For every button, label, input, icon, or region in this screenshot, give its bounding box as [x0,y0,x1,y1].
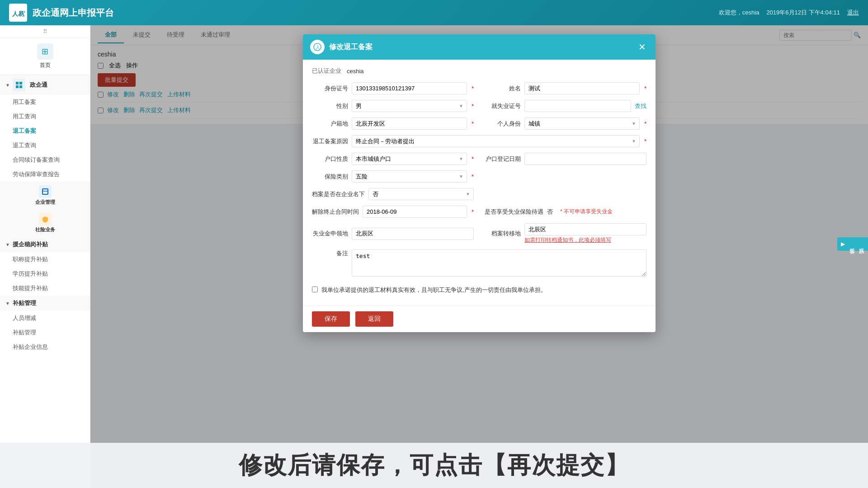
section-butie: ▼ 补贴管理 人员增减 补贴管理 补贴企业信息 [0,296,90,354]
section-shebao-header[interactable]: 社险业务 [0,209,90,237]
sidebar-item-hetong[interactable]: 合同续订备案查询 [0,153,90,167]
unemployment-insurance-value: 否 [547,208,553,216]
field-remark-label: 备注 [312,249,348,258]
hukou-type-required: * [472,155,474,162]
save-button[interactable]: 保存 [312,311,350,327]
sidebar: ⠿ ⊞ 首页 ▼ 政企通 用工备案 用工查询 退工备案 退工查询 合同续订备案查… [0,25,90,488]
field-remark: 备注 test [312,249,646,277]
empty-cell-1 [485,170,646,183]
sidebar-item-butie-qiye[interactable]: 补贴企业信息 [0,340,90,354]
field-huji-label: 户籍地 [312,120,348,128]
home-icon: ⊞ [37,43,53,60]
unemployment-area-input[interactable] [352,228,474,240]
employment-cert-input[interactable] [524,100,631,112]
float-service-button[interactable]: 联系 客服 ▶ [837,237,868,251]
modal-title: 修改退工备案 [329,42,631,52]
field-unemployment-insurance: 是否享受失业保险待遇 否 * 不可申请享受失业金 [485,206,646,218]
topbar-right: 欢迎您，ceshia 2019年6月12日 下午4:04:11 退出 [719,9,859,17]
sidebar-collapse-btn[interactable]: ⠿ [0,25,90,38]
svg-rect-4 [19,85,22,88]
name-input[interactable] [524,82,640,94]
file-transfer-input[interactable] [524,223,646,235]
personal-identity-required: * [644,120,646,127]
huji-required: * [472,120,474,127]
hukou-date-input[interactable] [524,153,646,165]
agreement-checkbox[interactable] [312,286,318,292]
section-yuanqi: ▼ 援企稳岗补贴 职称提升补贴 学历提升补贴 技能提升补贴 [0,237,90,296]
field-unemployment-area: 失业金申领地 [312,223,474,244]
modal-close-button[interactable]: ✕ [636,41,648,53]
resign-reason-wrapper: 终止合同－劳动者提出 合同期满不续签 用人单位辞退 其他 ▼ [352,135,640,147]
section-butie-header[interactable]: ▼ 补贴管理 [0,296,90,311]
sidebar-home[interactable]: ⊞ 首页 [0,38,90,75]
sidebar-item-xueli[interactable]: 学历提升补贴 [0,267,90,281]
field-employment-cert-label: 就失业证号 [485,102,521,110]
field-contract-end-label: 解除终止合同时间 [312,208,359,216]
sidebar-item-yonggong-beian[interactable]: 用工备案 [0,95,90,109]
svg-rect-1 [16,82,19,84]
modal-body: 已认证企业 ceshia 身份证号 * 姓名 [303,60,656,305]
section-zhengqi-label: 政企通 [30,81,47,89]
resign-reason-select[interactable]: 终止合同－劳动者提出 合同期满不续签 用人单位辞退 其他 [352,135,640,147]
empty-cell-2 [485,188,646,200]
app-logo: 人易宝 [9,4,27,22]
field-insurance-type-label: 保险类别 [312,173,348,181]
sidebar-item-tuigong-chaxun[interactable]: 退工查询 [0,138,90,153]
sidebar-item-renyuan[interactable]: 人员增减 [0,311,90,325]
sidebar-item-butie[interactable]: 补贴管理 [0,325,90,340]
field-contract-end: 解除终止合同时间 * [312,206,474,218]
section-qiye: 企业管理 [0,182,90,209]
modal-header-icon: 人 [310,40,325,54]
sidebar-item-laodong[interactable]: 劳动保障审查报告 [0,167,90,182]
huji-input[interactable] [352,117,467,130]
section-yuanqi-header[interactable]: ▼ 援企稳岗补贴 [0,237,90,252]
datetime-text: 2019年6月12日 下午4:04:11 [766,9,840,17]
sidebar-item-yonggong-chaxun[interactable]: 用工查询 [0,109,90,124]
sidebar-item-tuigong-beian[interactable]: 退工备案 [0,124,90,138]
bottom-caption: 修改后请保存，可点击【再次提交】 [0,443,868,488]
field-hukou-type-label: 户口性质 [312,155,348,163]
qiye-icon [39,185,52,198]
sidebar-item-zhixin[interactable]: 职称提升补贴 [0,252,90,267]
file-in-company-select[interactable]: 否 是 [368,188,474,200]
modal-header: 人 修改退工备案 ✕ [303,34,656,60]
id-number-required: * [472,85,474,92]
personal-identity-select[interactable]: 城镇 农村 [524,117,640,130]
svg-rect-3 [16,85,19,88]
sidebar-home-label: 首页 [40,61,51,69]
field-file-transfer: 档案转移地 如需打印转档通知书，此项必须填写 [485,223,646,244]
field-file-transfer-label: 档案转移地 [485,230,521,238]
section-zhengqi-header[interactable]: ▼ 政企通 [0,75,90,95]
modal-form-grid: 身份证号 * 姓名 * 性别 [312,82,646,277]
main-layout: ⠿ ⊞ 首页 ▼ 政企通 用工备案 用工查询 退工备案 退工查询 合同续订备案查… [0,25,868,488]
svg-text:人: 人 [316,45,320,50]
modal-overlay: 人 修改退工备案 ✕ 已认证企业 ceshia 身份证号 [90,25,868,488]
remark-textarea[interactable]: test [352,249,646,277]
sidebar-item-jinou[interactable]: 技能提升补贴 [0,281,90,296]
modal-edit-tuigong: 人 修改退工备案 ✕ 已认证企业 ceshia 身份证号 [303,34,656,332]
section-shebao: 社险业务 [0,209,90,237]
back-button[interactable]: 返回 [355,311,393,327]
insurance-type-required: * [472,173,474,180]
insurance-type-select[interactable]: 五险 三险 一险 [352,170,467,183]
field-huji: 户籍地 * [312,117,474,130]
field-id-number: 身份证号 * [312,82,474,94]
section-qiye-header[interactable]: 企业管理 [0,182,90,209]
caption-text: 修改后请保存，可点击【再次提交】 [239,450,629,481]
insurance-type-wrapper: 五险 三险 一险 ▼ [352,170,467,183]
field-hukou-type: 户口性质 本市城镇户口 本市农村户口 外市户口 ▼ * [312,153,474,165]
field-name-label: 姓名 [485,84,521,93]
name-required: * [644,85,646,92]
hukou-type-select[interactable]: 本市城镇户口 本市农村户口 外市户口 [352,153,467,165]
content-area: 全部 未提交 待受理 未通过审理 🔍 ceshia 全选 操作 批量提交 修改 [90,25,868,488]
logout-button[interactable]: 退出 [847,9,859,17]
contract-end-input[interactable] [363,206,467,218]
gender-required: * [472,103,474,109]
find-link[interactable]: 查找 [635,102,646,110]
file-transfer-column: 如需打印转档通知书，此项必须填写 [524,223,646,244]
file-note[interactable]: 如需打印转档通知书，此项必须填写 [524,236,646,244]
id-number-input[interactable] [352,82,467,94]
svg-text:人易宝: 人易宝 [12,10,25,17]
modal-footer: 保存 返回 [303,305,656,332]
gender-select[interactable]: 男 女 [352,100,467,112]
